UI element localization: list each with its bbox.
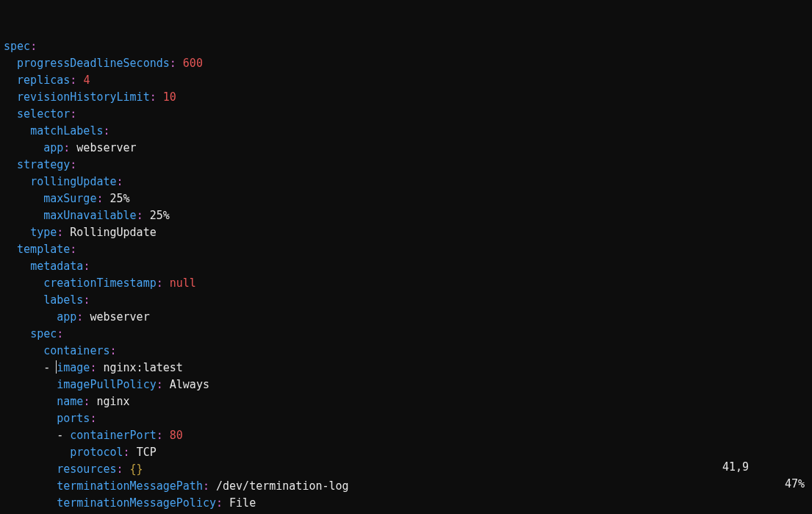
code-line: app: webserver [4,140,808,157]
code-line: revisionHistoryLimit: 10 [4,89,808,106]
code-line: name: nginx [4,393,808,410]
code-line: terminationMessagePath: /dev/termination… [4,478,808,495]
code-line: app: webserver [4,309,808,326]
code-line: protocol: TCP [4,444,808,461]
scroll-percent: 47% [785,476,805,493]
code-line: template: [4,241,808,258]
code-line: strategy: [4,157,808,174]
code-line: metadata: [4,258,808,275]
code-line: maxUnavailable: 25% [4,207,808,224]
code-line: ports: [4,410,808,427]
code-line: selector: [4,106,808,123]
code-line: - containerPort: 80 [4,427,808,444]
code-line: imagePullPolicy: Always [4,376,808,393]
cursor-position: 41,9 [722,459,749,476]
status-bar: 41,9 47% [696,442,805,510]
code-line: creationTimestamp: null [4,275,808,292]
code-line: containers: [4,343,808,360]
code-line: type: RollingUpdate [4,224,808,241]
code-line: replicas: 4 [4,72,808,89]
code-line: resources: {} [4,461,808,478]
code-editor[interactable]: spec: progressDeadlineSeconds: 600 repli… [0,0,812,514]
code-line: progressDeadlineSeconds: 600 [4,55,808,72]
code-line: maxSurge: 25% [4,190,808,207]
code-line: spec: [4,326,808,343]
code-line: rollingUpdate: [4,174,808,190]
code-line: matchLabels: [4,123,808,140]
code-line: - image: nginx:latest [4,360,808,376]
code-line: terminationMessagePolicy: File [4,495,808,512]
code-line: spec: [4,38,808,55]
yaml-code: spec: progressDeadlineSeconds: 600 repli… [4,38,808,514]
code-line: labels: [4,292,808,309]
